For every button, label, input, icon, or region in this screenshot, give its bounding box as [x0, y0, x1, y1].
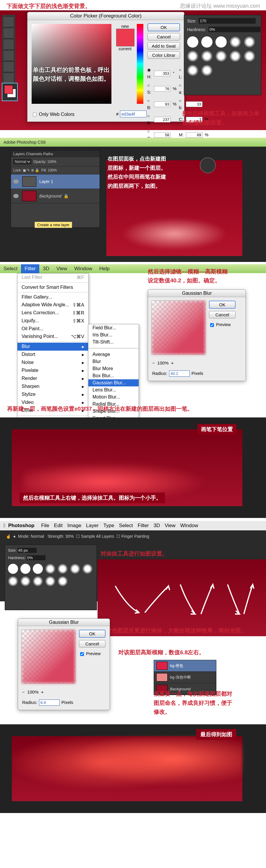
ok-button[interactable]: OK: [147, 23, 180, 31]
note-brush: 按B选择画笔工具，在画布上单击右键如图设置。: [182, 109, 260, 127]
blend-mode[interactable]: Normal: [13, 159, 31, 164]
brush-popup: Size: Hardness:: [184, 15, 261, 95]
preview: [152, 301, 205, 354]
caption: 单击工具栏的前景色板，呼出颜色对话框，调整颜色如图。: [33, 65, 110, 83]
layers-panel: Layers Channels Paths Normal Opacity: 10…: [11, 150, 100, 228]
layer-row[interactable]: Background 🔒: [11, 189, 100, 204]
label-current: current: [116, 46, 134, 51]
tooltip: Create a new layer: [35, 222, 72, 228]
ok-button[interactable]: OK: [79, 630, 105, 638]
tag-final: 最后得到如图: [196, 729, 236, 740]
layer-row[interactable]: Layer 1: [11, 175, 100, 189]
heading-4: 再新建一层，画笔颜色设置e03f37，同样方法在新建的图层画出如图一笔。: [0, 400, 266, 417]
gaussian-blur-dialog-2: Gaussian Blur OK Cancel Preview − 100% +…: [18, 618, 110, 710]
only-web-colors[interactable]: Only Web Colors: [32, 112, 74, 117]
gaussian-blur-dialog: Gaussian Blur OK Cancel Preview − 100% +…: [148, 289, 246, 381]
radius-input[interactable]: [169, 370, 190, 377]
mac-menubar[interactable]:  Photoshop FileEditImageLayerTypeSelect…: [0, 521, 266, 530]
foreground-swatch[interactable]: [2, 83, 18, 101]
tool-options[interactable]: ☝ ● Mode: Normal Strength: 30% ☐ Sample …: [6, 534, 149, 539]
color-picker-dialog: Color Picker (Foreground Color) 单击工具栏的前景…: [27, 12, 185, 122]
menu-filter: Filter: [21, 264, 39, 273]
ps-menubar[interactable]: Adobe Photoshop CS6: [0, 138, 266, 147]
tool-tray[interactable]: [2, 15, 15, 85]
hue-strip[interactable]: [137, 24, 143, 104]
color-lib-button[interactable]: Color Librar: [147, 52, 180, 59]
cancel-button[interactable]: Cancel: [79, 640, 105, 647]
note-smudge-effect: 对橙色图层反复进行涂抹，大致出现这种效果，类似光照。: [100, 626, 246, 635]
brush-presets[interactable]: [187, 36, 258, 76]
avatar-icon: [200, 157, 216, 173]
final-canvas: [12, 736, 242, 801]
menu-gaussian-blur: Gaussian Blur...: [88, 379, 139, 386]
canvas-4: 画笔下笔位置 然后在模糊工具上右键，选择涂抹工具。图标为一个小手。: [0, 417, 266, 518]
tag-smudge: 然后在模糊工具上右键，选择涂抹工具。图标为一个小手。: [20, 493, 165, 503]
panel-tabs[interactable]: Layers Channels Paths: [11, 151, 100, 157]
tag-brush-pos: 画笔下笔位置: [197, 424, 236, 435]
preview-check[interactable]: Preview: [209, 322, 231, 327]
brush-popup-2: Size: Hardness:: [5, 545, 97, 610]
color-field[interactable]: [32, 24, 111, 104]
note-smudge-settings: 对涂抹工具进行如图设置。: [100, 549, 168, 558]
note-naming: 很重要一点，每次新建图层都对图层命名，养成良好习惯，便于修改。: [154, 689, 257, 716]
size-input[interactable]: [199, 18, 256, 24]
watermark: 思缘设计论坛 www.missyuan.com: [180, 2, 260, 9]
cancel-button[interactable]: Cancel: [147, 33, 180, 40]
ok-button[interactable]: OK: [209, 301, 236, 309]
new-current-swatch: [116, 29, 134, 46]
radius-input[interactable]: [39, 700, 60, 706]
dialog-title: Color Picker (Foreground Color): [28, 12, 184, 20]
cancel-button[interactable]: Cancel: [209, 311, 236, 318]
hardness-input[interactable]: [208, 27, 260, 32]
label-new: new: [116, 24, 134, 29]
note-gblur-68: 对该图层高斯模糊，数值6.8左右。: [118, 648, 204, 657]
hex-input[interactable]: [120, 111, 146, 117]
add-swatch-button[interactable]: Add to Swat: [147, 42, 180, 50]
menu-blur: Blur▸: [18, 343, 88, 351]
smudge-arrows-icon: [109, 580, 257, 618]
h-input[interactable]: [154, 71, 170, 76]
